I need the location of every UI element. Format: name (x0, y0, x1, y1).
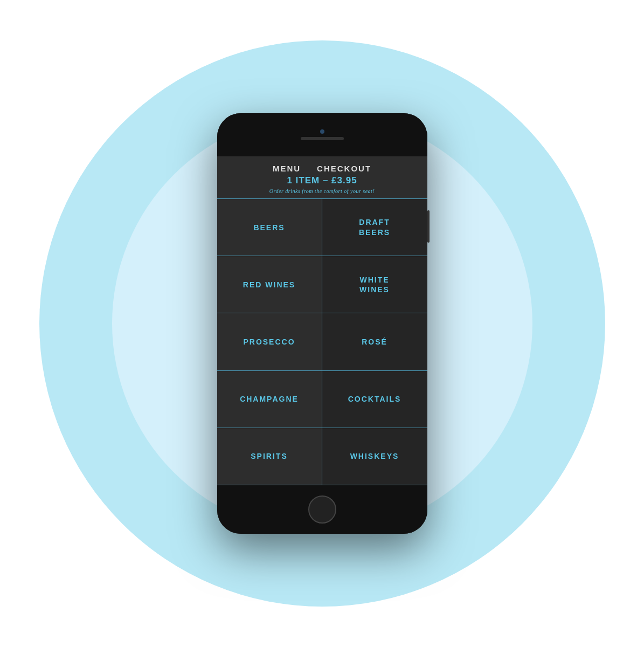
nav-checkout[interactable]: CHECKOUT (317, 164, 371, 173)
menu-label-white-wines: WHITEWINES (359, 275, 390, 294)
home-button[interactable] (308, 495, 336, 524)
menu-label-prosecco: PROSECCO (243, 337, 295, 347)
phone-speaker (301, 137, 344, 140)
menu-label-beers: BEERS (253, 223, 285, 232)
menu-cell-champagne[interactable]: CHAMPAGNE (217, 371, 322, 428)
phone-screen: MENU CHECKOUT 1 ITEM – £3.95 Order drink… (217, 156, 427, 485)
menu-cell-spirits[interactable]: SPIRITS (217, 428, 322, 485)
phone-side-button (427, 210, 430, 243)
phone-camera (320, 129, 324, 134)
header-nav: MENU CHECKOUT (228, 164, 417, 173)
phone-bottom-bezel (217, 485, 427, 534)
menu-cell-whiskeys[interactable]: WHISKEYS (322, 428, 427, 485)
menu-label-cocktails: COCKTAILS (348, 394, 401, 404)
phone-mockup: MENU CHECKOUT 1 ITEM – £3.95 Order drink… (217, 113, 427, 534)
menu-label-red-wines: RED WINES (243, 280, 295, 290)
cart-info: 1 ITEM – £3.95 (228, 175, 417, 186)
header-subtitle: Order drinks from the comfort of your se… (228, 188, 417, 194)
menu-cell-white-wines[interactable]: WHITEWINES (322, 256, 427, 313)
menu-cell-prosecco[interactable]: PROSECCO (217, 313, 322, 370)
menu-cell-beers[interactable]: BEERS (217, 199, 322, 256)
menu-grid: BEERS DRAFTBEERS RED WINES WHITEWINES PR… (217, 198, 427, 485)
screen-header: MENU CHECKOUT 1 ITEM – £3.95 Order drink… (217, 156, 427, 198)
menu-label-spirits: SPIRITS (251, 451, 287, 461)
menu-label-rose: ROSÉ (362, 337, 387, 347)
menu-cell-rose[interactable]: ROSÉ (322, 313, 427, 370)
menu-cell-red-wines[interactable]: RED WINES (217, 256, 322, 313)
phone-device: MENU CHECKOUT 1 ITEM – £3.95 Order drink… (217, 113, 427, 534)
menu-label-draft-beers: DRAFTBEERS (359, 217, 390, 237)
menu-label-whiskeys: WHISKEYS (350, 451, 399, 461)
menu-label-champagne: CHAMPAGNE (240, 394, 299, 404)
phone-top-bezel (217, 113, 427, 156)
menu-cell-cocktails[interactable]: COCKTAILS (322, 371, 427, 428)
menu-cell-draft-beers[interactable]: DRAFTBEERS (322, 199, 427, 256)
nav-menu[interactable]: MENU (273, 164, 301, 173)
